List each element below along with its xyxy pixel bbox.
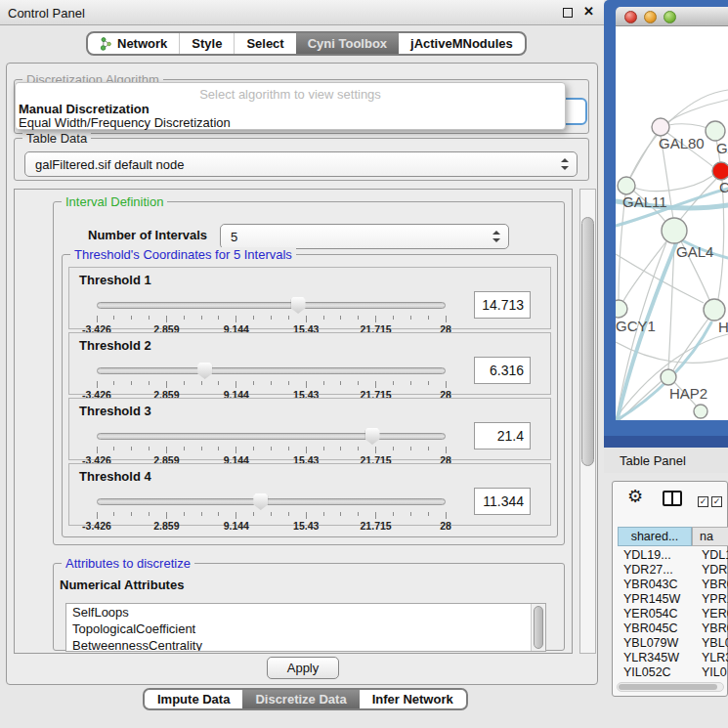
mac-close-icon[interactable] — [624, 11, 637, 23]
algorithm-dropdown-popup: Select algorithm to view settings Manual… — [15, 82, 566, 130]
network-node[interactable] — [694, 405, 707, 418]
bottom-tab-discretize-data[interactable]: Discretize Data — [242, 690, 359, 708]
popup-option-manual-discretization[interactable]: Manual Discretization — [19, 102, 150, 116]
slider-track[interactable] — [97, 367, 446, 374]
slider-tick — [131, 512, 132, 516]
network-node[interactable] — [616, 300, 627, 318]
slider-tick — [375, 512, 376, 519]
checkbox-icon[interactable] — [698, 496, 708, 507]
table-column-header[interactable]: na — [692, 527, 728, 546]
network-node[interactable] — [706, 121, 725, 141]
bottom-tab-infer-network[interactable]: Infer Network — [360, 690, 466, 708]
mac-minimize-icon[interactable] — [644, 11, 657, 23]
network-node[interactable] — [618, 177, 635, 194]
slider-tick — [253, 512, 254, 516]
slider-track[interactable] — [97, 498, 446, 505]
slider-handle[interactable] — [365, 428, 380, 445]
slider-tick — [410, 447, 411, 450]
table-data-value: galFiltered.sif default node — [35, 157, 184, 172]
threshold-value-field[interactable]: 21.4 — [474, 422, 531, 450]
split-columns-icon[interactable] — [663, 491, 682, 506]
slider-handle[interactable] — [197, 363, 212, 379]
network-node[interactable] — [661, 369, 676, 385]
bottom-tab-impute-data[interactable]: Impute Data — [145, 690, 242, 708]
table-row[interactable]: YIL052CYIL0 — [618, 665, 728, 678]
table-row[interactable]: YBR045CYBR0 — [618, 621, 728, 636]
slider-track[interactable] — [97, 302, 446, 309]
gear-icon[interactable] — [627, 486, 643, 507]
network-window-titlebar[interactable] — [616, 7, 728, 26]
control-panel-title: Control Panel — [8, 6, 85, 21]
slider-tick — [323, 381, 324, 385]
float-window-icon[interactable] — [563, 8, 573, 18]
slider-track[interactable] — [97, 433, 446, 440]
tab-label: Style — [192, 36, 222, 51]
threshold-slider[interactable]: -3.4262.8599.14415.4321.71528 — [97, 363, 446, 396]
table-horizontal-scrollbar-thumb[interactable] — [619, 684, 717, 690]
checkbox-icon[interactable] — [711, 496, 722, 507]
attributes-scrollbar-thumb[interactable] — [534, 606, 543, 649]
slider-tick — [97, 381, 98, 388]
apply-button[interactable]: Apply — [267, 657, 339, 679]
table-data-combobox[interactable]: galFiltered.sif default node — [24, 151, 578, 177]
slider-handle[interactable] — [253, 493, 268, 510]
slider-tick — [375, 316, 376, 322]
slider-tick — [428, 381, 429, 385]
slider-scale-label: 15.43 — [293, 520, 319, 532]
thresholds-group-label: Threshold's Coordinates for 5 Intervals — [70, 247, 296, 262]
table-cell: YBR045C — [623, 621, 678, 635]
table-row[interactable]: YDR27...YDR2 — [618, 563, 728, 578]
number-of-intervals-combobox[interactable]: 5 — [220, 224, 509, 249]
popup-option-equal-width-frequency[interactable]: Equal Width/Frequency Discretization — [19, 115, 231, 130]
threshold-slider[interactable]: -3.4262.8599.14415.4321.71528 — [97, 297, 446, 330]
table-horizontal-scrollbar[interactable] — [617, 682, 724, 692]
numerical-attributes-list: SelfLoopsTopologicalCoefficientBetweenne… — [65, 603, 546, 652]
slider-tick — [97, 512, 98, 519]
table-cell: YER054C — [623, 607, 678, 621]
slider-tick — [253, 447, 254, 450]
slider-tick — [358, 447, 359, 450]
slider-tick — [97, 316, 98, 322]
slider-handle[interactable] — [291, 297, 306, 314]
slider-tick — [288, 512, 289, 516]
table-row[interactable]: YPR145WYPR1 — [618, 592, 728, 607]
slider-tick — [410, 316, 411, 320]
bottom-tab-bar: Impute DataDiscretize DataInfer Network — [143, 688, 468, 710]
threshold-slider[interactable]: -3.4262.8599.14415.4321.71528 — [97, 493, 446, 527]
tab-select[interactable]: Select — [234, 33, 295, 54]
threshold-slider[interactable]: -3.4262.8599.14415.4321.71528 — [97, 428, 446, 461]
network-canvas[interactable]: GAL80GACGAL11GAL4GCY1HHAP2 — [616, 26, 728, 420]
threshold-value-field[interactable]: 6.316 — [474, 357, 531, 384]
table-row[interactable]: YDL19...YDL1 — [618, 548, 728, 563]
threshold-value-field[interactable]: 14.713 — [474, 291, 531, 319]
tab-style[interactable]: Style — [179, 33, 234, 54]
network-node[interactable] — [704, 299, 725, 321]
slider-tick — [306, 381, 307, 388]
slider-tick — [446, 316, 447, 322]
network-node[interactable] — [662, 218, 687, 243]
slider-tick — [218, 447, 219, 450]
slider-tick — [271, 447, 272, 450]
tab-network[interactable]: Network — [88, 33, 179, 54]
mac-zoom-icon[interactable] — [664, 11, 676, 23]
table-column-header[interactable]: shared... — [618, 527, 692, 546]
table-row[interactable]: YLR345WYLR3 — [618, 651, 728, 665]
list-item[interactable]: BetweennessCentrality — [66, 637, 545, 652]
threshold-panel: Threshold 3-3.4262.8599.14415.4321.71528… — [68, 398, 551, 460]
list-item[interactable]: SelfLoops — [66, 604, 545, 621]
list-item[interactable]: TopologicalCoefficient — [66, 621, 545, 637]
threshold-value-field[interactable]: 11.344 — [474, 488, 531, 515]
attributes-scrollbar[interactable] — [531, 604, 545, 651]
tab-jactivemnodules[interactable]: jActiveMNodules — [399, 33, 525, 54]
close-icon[interactable] — [583, 4, 594, 19]
network-node[interactable] — [652, 118, 669, 136]
main-scrollbar-thumb[interactable] — [581, 217, 594, 466]
tab-cyni-toolbox[interactable]: Cyni Toolbox — [296, 33, 399, 54]
main-scrollbar[interactable] — [579, 189, 596, 654]
network-node[interactable] — [712, 162, 728, 180]
table-row[interactable]: YER054CYER0 — [618, 607, 728, 621]
slider-tick — [236, 316, 236, 322]
table-row[interactable]: YBR043CYBR0 — [618, 578, 728, 592]
slider-tick — [428, 447, 429, 450]
table-row[interactable]: YBL079WYBL0 — [618, 636, 728, 651]
